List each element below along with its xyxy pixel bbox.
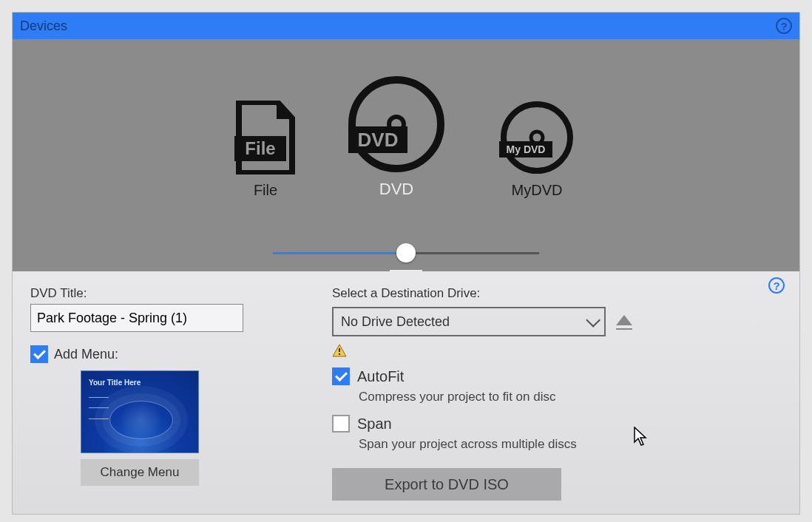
file-icon: File — [234, 101, 297, 174]
right-column: Select a Destination Drive: No Drive Det… — [332, 286, 782, 506]
panel-titlebar: Devices ? — [13, 13, 799, 39]
left-column: DVD Title: Add Menu: Your Title Here ———… — [30, 286, 297, 506]
menu-preview[interactable]: Your Title Here ——— ——— ——— Change Menu — [81, 370, 214, 486]
device-dvd-label: DVD — [379, 180, 413, 199]
warning-icon — [332, 344, 347, 357]
autofit-checkbox[interactable] — [332, 367, 350, 385]
device-slider[interactable] — [273, 248, 539, 258]
help-icon[interactable]: ? — [776, 18, 792, 34]
device-file-label: File — [254, 182, 277, 199]
span-desc: Span your project across multiple discs — [359, 437, 782, 452]
svg-rect-11 — [339, 348, 340, 352]
dvd-title-input[interactable] — [30, 304, 243, 332]
svg-text:File: File — [245, 138, 275, 158]
devices-panel: Devices ? File File — [12, 12, 800, 515]
destination-value: No Drive Detected — [341, 314, 450, 330]
autofit-desc: Compress your project to fit on disc — [359, 390, 782, 404]
export-dvd-iso-button[interactable]: Export to DVD ISO — [332, 468, 561, 501]
device-stage: File File DVD DVD — [13, 39, 799, 271]
settings-help-icon[interactable]: ? — [768, 277, 785, 294]
svg-point-2 — [352, 80, 441, 169]
svg-text:DVD: DVD — [358, 129, 399, 151]
device-mydvd-label: MyDVD — [512, 182, 563, 199]
span-label: Span — [357, 416, 392, 433]
panel-title: Devices — [20, 18, 67, 34]
eject-icon[interactable] — [616, 313, 632, 330]
dvd-icon: DVD — [341, 76, 452, 172]
svg-text:My DVD: My DVD — [507, 143, 546, 155]
add-menu-label: Add Menu: — [54, 347, 118, 362]
destination-label: Select a Destination Drive: — [332, 286, 782, 301]
svg-point-6 — [504, 104, 570, 171]
destination-select[interactable]: No Drive Detected — [332, 307, 606, 336]
chevron-down-icon — [586, 313, 600, 328]
menu-preview-title: Your Title Here — [89, 377, 141, 389]
dvd-title-label: DVD Title: — [30, 286, 297, 301]
device-mydvd[interactable]: My DVD MyDVD — [496, 101, 578, 199]
change-menu-button[interactable]: Change Menu — [81, 459, 199, 486]
mydvd-icon: My DVD — [496, 101, 578, 174]
settings-area: ? DVD Title: Add Menu: Your Title Here —… — [13, 271, 799, 515]
span-checkbox[interactable] — [332, 415, 350, 433]
svg-rect-12 — [339, 353, 340, 355]
add-menu-checkbox[interactable] — [30, 345, 48, 363]
autofit-label: AutoFit — [357, 368, 404, 385]
device-list: File File DVD DVD — [234, 76, 578, 199]
device-dvd[interactable]: DVD DVD — [341, 76, 452, 199]
device-file[interactable]: File File — [234, 101, 297, 199]
